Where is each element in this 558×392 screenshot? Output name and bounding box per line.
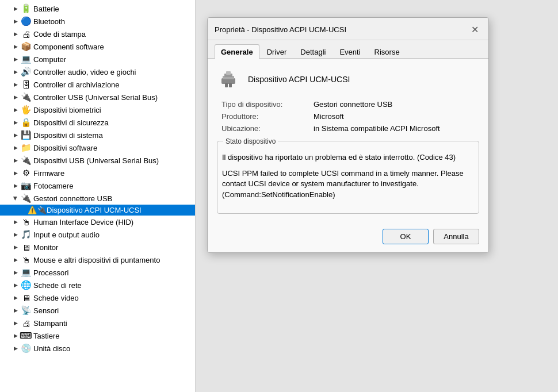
chevron-icon: ▶ [12, 4, 20, 13]
chevron-icon: ▶ [12, 344, 20, 353]
schede-rete-label: Schede di rete [33, 281, 82, 290]
gestori-connettore-label: Gestori connettore USB [33, 194, 112, 203]
chevron-icon: ▶ [12, 67, 20, 76]
dialog-close-button[interactable]: ✕ [468, 22, 481, 36]
device-info-table: Tipo di dispositivo: Gestori connettore … [221, 100, 479, 133]
tree-item-processori[interactable]: ▶💻Processori [0, 266, 195, 279]
dialog-footer: OK Annulla [208, 223, 488, 252]
chevron-icon: ▶ [12, 243, 20, 252]
tree-item-code-stampa[interactable]: ▶🖨Code di stampa [0, 28, 195, 40]
chevron-icon: ▶ [12, 168, 20, 178]
tree-item-stampanti[interactable]: ▶🖨Stampanti [0, 317, 195, 329]
tab-risorse[interactable]: Risorse [368, 44, 406, 59]
tree-item-controller-audio[interactable]: ▶🔊Controller audio, video e giochi [0, 66, 195, 78]
tree-item-unita-disco[interactable]: ▶💿Unità disco [0, 342, 195, 355]
tree-item-input-output[interactable]: ▶🎵Input e output audio [0, 228, 195, 241]
fotocamere-icon: 📷 [21, 180, 31, 191]
stampanti-icon: 🖨 [21, 318, 31, 328]
human-interface-icon: 🖱 [21, 217, 31, 227]
tree-item-monitor[interactable]: ▶🖥Monitor [0, 241, 195, 253]
tree-item-gestori-connettore[interactable]: ▶🔌Gestori connettore USB [0, 192, 195, 205]
device-name-large: Dispositivo ACPI UCM-UCSI [248, 75, 350, 84]
tree-item-mouse[interactable]: ▶🖱Mouse e altri dispositivi di puntament… [0, 253, 195, 266]
tree-item-firmware[interactable]: ▶⚙Firmware [0, 167, 195, 179]
chevron-icon: ▶ [12, 93, 20, 102]
dispositivi-biometrici-icon: 🖐 [21, 105, 31, 115]
mouse-icon: 🖱 [21, 255, 31, 265]
device-tree[interactable]: ▶🔋Batterie▶🔵Bluetooth▶🖨Code di stampa▶📦C… [0, 0, 196, 392]
tab-eventi[interactable]: Eventi [333, 44, 366, 59]
monitor-icon: 🖥 [21, 242, 31, 252]
computer-label: Computer [33, 55, 66, 64]
tree-item-dispositivi-software[interactable]: ▶📁Dispositivi software [0, 141, 195, 154]
chevron-icon: ▶ [12, 29, 20, 39]
ubicazione-label: Ubicazione: [221, 124, 314, 133]
chevron-icon: ▶ [12, 143, 20, 152]
tree-item-dispositivi-sistema[interactable]: ▶💾Dispositivi di sistema [0, 129, 195, 141]
dispositivi-software-label: Dispositivi software [33, 144, 97, 152]
produttore-label: Produttore: [221, 112, 314, 121]
tree-item-dispositivi-usb[interactable]: ▶🔌Dispositivi USB (Universal Serial Bus) [0, 154, 195, 167]
tree-item-schede-rete[interactable]: ▶🌐Schede di rete [0, 279, 195, 291]
controller-archiviazione-icon: 🗄 [21, 79, 31, 90]
tree-item-controller-usb[interactable]: ▶🔌Controller USB (Universal Serial Bus) [0, 91, 195, 103]
sensori-label: Sensori [33, 306, 59, 315]
tree-item-human-interface[interactable]: ▶🖱Human Interface Device (HID) [0, 216, 195, 228]
bluetooth-icon: 🔵 [21, 16, 31, 26]
controller-archiviazione-label: Controller di archiviazione [33, 80, 120, 89]
dispositivi-sistema-label: Dispositivi di sistema [33, 131, 103, 140]
stampanti-label: Stampanti [33, 319, 67, 328]
gestori-connettore-icon: 🔌 [21, 193, 31, 203]
chevron-icon: ▶ [12, 17, 20, 26]
tree-item-dispositivi-biometrici[interactable]: ▶🖐Dispositivi biometrici [0, 103, 195, 116]
tree-item-computer[interactable]: ▶💻Computer [0, 53, 195, 66]
tipo-label: Tipo di dispositivo: [221, 100, 314, 109]
tastiere-label: Tastiere [33, 332, 60, 340]
chevron-icon: ▶ [12, 105, 20, 114]
schede-video-label: Schede video [33, 294, 79, 302]
tab-generale[interactable]: Generale [215, 44, 259, 59]
tree-item-schede-video[interactable]: ▶🖥Schede video [0, 291, 195, 304]
tree-item-tastiere[interactable]: ▶⌨Tastiere [0, 329, 195, 342]
annulla-button[interactable]: Annulla [433, 229, 479, 244]
controller-audio-label: Controller audio, video e giochi [33, 68, 136, 76]
tree-item-controller-archiviazione[interactable]: ▶🗄Controller di archiviazione [0, 78, 195, 91]
schede-video-icon: 🖥 [21, 293, 31, 303]
tastiere-icon: ⌨ [21, 330, 31, 341]
status-text-area[interactable]: Il dispositivo ha riportato un problema … [217, 150, 479, 213]
dispositivi-biometrici-label: Dispositivi biometrici [33, 106, 101, 114]
tree-item-batterie[interactable]: ▶🔋Batterie [0, 2, 195, 15]
dialog-tabs: GeneraleDriverDettagliEventiRisorse [208, 40, 488, 59]
svg-rect-4 [225, 83, 228, 87]
chevron-icon: ▶ [12, 118, 20, 127]
controller-audio-icon: 🔊 [21, 67, 31, 77]
mouse-label: Mouse e altri dispositivi di puntamento [33, 256, 160, 264]
chevron-icon: ▶ [12, 130, 20, 140]
chevron-icon: ▶ [12, 280, 20, 290]
computer-icon: 💻 [21, 54, 31, 64]
tree-item-bluetooth[interactable]: ▶🔵Bluetooth [0, 15, 195, 28]
ok-button[interactable]: OK [383, 229, 429, 244]
code-stampa-icon: 🖨 [21, 29, 31, 39]
dispositivi-usb-label: Dispositivi USB (Universal Serial Bus) [33, 156, 159, 165]
schede-rete-icon: 🌐 [21, 280, 31, 290]
tree-item-fotocamere[interactable]: ▶📷Fotocamere [0, 179, 195, 192]
tree-item-sensori[interactable]: ▶📡Sensori [0, 304, 195, 317]
monitor-label: Monitor [33, 243, 58, 252]
chevron-icon: ▶ [12, 217, 20, 226]
tipo-value: Gestori connettore USB [314, 100, 392, 109]
ubicazione-value: in Sistema compatibile ACPI Microsoft [314, 124, 440, 133]
ubicazione-row: Ubicazione: in Sistema compatibile ACPI … [221, 124, 479, 133]
chevron-icon: ▶ [12, 268, 20, 277]
tree-item-dispositivo-acpi[interactable]: ⚠️🔌Dispositivo ACPI UCM-UCSI [0, 205, 195, 216]
tab-dettagli[interactable]: Dettagli [294, 44, 332, 59]
tab-driver[interactable]: Driver [261, 44, 293, 59]
processori-icon: 💻 [21, 267, 31, 278]
tree-item-componenti-software[interactable]: ▶📦Componenti software [0, 40, 195, 53]
chevron-icon: ▶ [12, 230, 20, 239]
dispositivo-acpi-icon: ⚠️🔌 [28, 206, 47, 214]
tree-item-dispositivi-sicurezza[interactable]: ▶🔒Dispositivi di sicurezza [0, 116, 195, 129]
produttore-value: Microsoft [314, 112, 344, 121]
chevron-icon: ▶ [12, 293, 20, 302]
chevron-icon: ▶ [12, 55, 20, 64]
